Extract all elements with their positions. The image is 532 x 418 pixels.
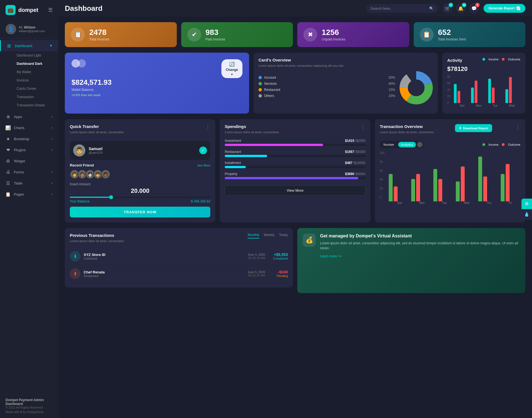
unpaid-invoices-icon: ✖: [303, 28, 317, 42]
income-label: Income: [488, 58, 498, 61]
spendings-menu[interactable]: ⋮: [360, 124, 365, 130]
pt-tabs: Monthly Weekly Today: [248, 233, 288, 239]
hamburger-icon[interactable]: ☰: [48, 7, 53, 13]
activity-legend: Income Outcome: [482, 58, 520, 61]
installment-fill: [225, 166, 246, 168]
sidebar-item-label: Plugins: [14, 148, 26, 152]
chevron-right-icon: ›: [52, 137, 53, 141]
spending-property-name: Property: [225, 172, 237, 176]
view-more-button[interactable]: View More: [225, 185, 365, 196]
tx-details-2: Chef Renata Restaurant: [84, 270, 105, 278]
subnav-my-wallet[interactable]: My Wallet: [11, 68, 58, 76]
subnav-transaction-details[interactable]: Transaction Details: [11, 101, 58, 109]
to-bar-wed-inc: [456, 181, 460, 201]
subnav-transaction[interactable]: Transaction: [11, 93, 58, 101]
bar-mon-income: [471, 88, 474, 103]
messages-button[interactable]: 💬8: [469, 3, 479, 13]
dashboard-content: 📋 2478 Total Invoices ✔ 983 Paid Invoice…: [58, 17, 532, 418]
last-row: Previous Transactions Lorem ipsum dolor …: [65, 228, 525, 293]
sidebar-item-table[interactable]: ☰ Table ›: [0, 178, 58, 189]
sidebar-item-widget[interactable]: ⚙ Widget: [0, 155, 58, 166]
quick-transfer-title: Quick Transfer: [70, 124, 124, 129]
theme-fab-button[interactable]: 💧: [521, 209, 532, 220]
bar-group-wed: [505, 77, 520, 103]
sidebar-item-forms[interactable]: 🖨 Forms ›: [0, 166, 58, 178]
friends-header: Recent Friend See More: [70, 163, 210, 167]
sidebar-item-dashboard[interactable]: ⊞ Dashboard ▼: [0, 40, 58, 51]
to-bar-sun-inc: [389, 174, 393, 201]
va-content: 💰 Get managed by Dompet's Virtual Assist…: [303, 234, 520, 258]
sidebar-item-label: Pages: [14, 192, 24, 196]
quick-transfer-header: Quick Transfer Lorem ipsum dolor sit ame…: [70, 124, 210, 138]
bar-wed-outcome: [509, 77, 512, 103]
subnav-dashboard-light[interactable]: Dashboard Light: [11, 51, 58, 60]
tx-type-1: Cashback: [84, 257, 106, 260]
activity-panel: Activity Income Outcome $78120 806040200: [442, 53, 525, 114]
to-outcome-label: Outcome: [508, 143, 520, 146]
amount-slider-track[interactable]: [70, 197, 210, 198]
user-email: william@gmail.com: [19, 29, 45, 33]
notifications-button[interactable]: 🔔12: [456, 3, 466, 13]
download-report-button[interactable]: ⬇ Download Report: [455, 124, 492, 132]
property-fill: [225, 177, 358, 179]
subnav-invoices[interactable]: Invoices: [11, 76, 58, 84]
sidebar-item-pages[interactable]: 📋 Pages ›: [0, 189, 58, 200]
sidebar-item-plugins[interactable]: ❤ Plugins ›: [0, 144, 58, 155]
cards-overview-title: Card's Overview: [259, 58, 433, 62]
transfer-now-button[interactable]: TRANSFER NOW: [70, 207, 210, 217]
sidebar-item-charts[interactable]: 📊 Charts ›: [0, 122, 58, 133]
day-label-sun: Sun: [460, 104, 465, 107]
slider-thumb: [109, 195, 113, 199]
chevron-right-icon: ›: [52, 126, 53, 130]
to-menu[interactable]: ⋮: [515, 124, 520, 130]
spending-investment-amounts: $1415 /$2000: [345, 139, 365, 143]
activity-amount: $78120: [447, 65, 520, 73]
sidebar-item-apps[interactable]: ⊕ Apps ›: [0, 111, 58, 122]
quick-transfer-menu[interactable]: ⋮: [205, 124, 210, 130]
paid-invoices-info: 983 Paid Invoices: [206, 28, 225, 41]
legend-account: Account 20%: [259, 76, 395, 80]
tab-today[interactable]: Today: [279, 233, 288, 239]
tx-name-1: XYZ Store ID: [84, 253, 106, 257]
tx-amount-2: -$240: [268, 270, 288, 274]
search-input[interactable]: [370, 6, 427, 11]
legend-dot-restaurant: [259, 88, 262, 91]
to-chart-area: 100806040200: [380, 152, 520, 204]
pages-icon: 📋: [6, 192, 11, 197]
day-label-mon: Mon: [476, 104, 481, 107]
subnav-cards-center[interactable]: Cards Center: [11, 84, 58, 93]
generate-report-button[interactable]: Generate Report 📈: [484, 4, 525, 13]
tab-weekly[interactable]: Weekly: [264, 233, 275, 239]
sidebar-footer: Dompet Payment Admin Dashboard © 2021 Al…: [0, 394, 58, 418]
amount-section: Insert Amount 20.000 Your Balance $ 456,…: [70, 182, 210, 203]
settings-fab-button[interactable]: ⚙: [521, 199, 532, 209]
legend-label-services: Services: [264, 82, 386, 86]
tab-monthly[interactable]: Monthly: [248, 233, 259, 239]
legend-list: Account 20% Services 40% Restaurant 15%: [259, 76, 395, 100]
chevron-right-icon: ›: [52, 170, 53, 174]
see-more-link[interactable]: See More: [197, 164, 211, 167]
va-learn-more-link[interactable]: Learn more >>: [320, 254, 342, 258]
wallet-balance: $824,571.93: [71, 78, 242, 87]
footer-made: Made with ♥ by DesignZone: [6, 410, 53, 414]
toggle-number[interactable]: Number: [381, 142, 397, 147]
subnav-dashboard-dark[interactable]: Dashboard Dark: [11, 60, 58, 68]
wallet-change-button[interactable]: 🔄 Change ▼: [221, 59, 242, 78]
view-more-label: View More: [287, 188, 303, 193]
search-icon[interactable]: 🔍: [429, 6, 434, 11]
sidebar-item-label: Dashboard: [15, 44, 32, 48]
prev-transactions-panel: Previous Transactions Lorem ipsum dolor …: [65, 228, 293, 288]
app-name: dompet: [18, 7, 38, 13]
user-info: Hi, William william@gmail.com: [19, 25, 45, 33]
cards-overview-subtitle: Lorem ipsum dolor sit amet, consectetur …: [259, 64, 433, 67]
friend-avatar-5[interactable]: 👩🏾: [101, 170, 110, 179]
transfer-user-card: 👨 Samuel @sam224 ✓: [70, 141, 210, 160]
sidebar-item-bootstrap[interactable]: ★ Bootstrap ›: [0, 133, 58, 144]
transfer-user-handle: @sam224: [89, 151, 103, 154]
bottom-grid: Quick Transfer Lorem ipsum dolor sit ame…: [65, 119, 525, 222]
chevron-right-icon: ›: [52, 148, 53, 152]
toggle-analytics[interactable]: Analytics: [398, 142, 416, 147]
transfer-user-avatar: 👨: [73, 144, 85, 157]
stat-card-paid-invoices: ✔ 983 Paid Invoices: [181, 22, 293, 47]
cart-button[interactable]: 🛒2: [443, 3, 452, 13]
